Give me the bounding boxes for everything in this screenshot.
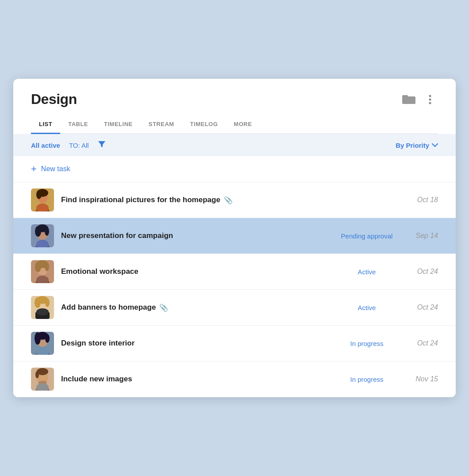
filter-funnel-icon[interactable] xyxy=(98,140,106,150)
chevron-down-icon xyxy=(432,143,438,147)
filter-left: All active TO: All xyxy=(31,140,106,150)
svg-point-36 xyxy=(35,332,41,345)
filter-by-priority[interactable]: By Priority xyxy=(396,142,438,149)
filter-bar: All active TO: All By Priority xyxy=(13,134,456,156)
filter-all-active[interactable]: All active xyxy=(31,142,60,149)
more-options-icon[interactable] xyxy=(422,92,438,107)
task-title: Emotional workspace xyxy=(61,267,331,276)
table-row[interactable]: New presentation for campaign Pending ap… xyxy=(13,218,456,254)
avatar xyxy=(31,296,54,319)
task-date: Oct 24 xyxy=(403,339,438,347)
svg-point-22 xyxy=(35,261,41,272)
attachment-icon: 📎 xyxy=(224,196,233,204)
task-title: Find inspirational pictures for the home… xyxy=(61,196,331,204)
task-status: In progress xyxy=(338,340,396,347)
tab-timeline[interactable]: TIMELINE xyxy=(96,116,141,134)
task-status: Active xyxy=(338,268,396,276)
folder-icon[interactable] xyxy=(401,92,417,107)
page-title: Design xyxy=(31,91,77,107)
table-row[interactable]: Add banners to homepage 📎 Active Oct 24 xyxy=(13,290,456,326)
task-status: In progress xyxy=(338,376,396,383)
tab-more[interactable]: MORE xyxy=(226,116,260,134)
avatar xyxy=(31,368,54,391)
svg-point-29 xyxy=(35,297,41,308)
tab-timelog[interactable]: TIMELOG xyxy=(182,116,226,134)
header-top: Design xyxy=(31,91,438,107)
avatar xyxy=(31,332,54,355)
svg-point-37 xyxy=(45,334,50,343)
task-date: Sep 14 xyxy=(403,232,438,240)
task-date: Nov 15 xyxy=(403,375,438,383)
svg-point-43 xyxy=(35,371,39,378)
svg-point-32 xyxy=(36,308,49,315)
table-row[interactable]: Find inspirational pictures for the home… xyxy=(13,182,456,218)
tab-table[interactable]: TABLE xyxy=(60,116,96,134)
by-priority-label: By Priority xyxy=(396,142,429,149)
attachment-icon: 📎 xyxy=(159,303,168,312)
filter-to-all[interactable]: TO: All xyxy=(69,142,89,149)
svg-point-2 xyxy=(429,95,431,97)
avatar xyxy=(31,188,54,211)
svg-marker-5 xyxy=(98,141,105,147)
task-title: New presentation for campaign xyxy=(61,231,331,240)
new-task-bar[interactable]: + New task xyxy=(13,156,456,182)
avatar xyxy=(31,260,54,283)
task-title: Include new images xyxy=(61,375,331,384)
svg-point-23 xyxy=(45,262,49,271)
svg-point-30 xyxy=(45,298,50,307)
task-date: Oct 24 xyxy=(403,268,438,276)
task-list: Find inspirational pictures for the home… xyxy=(13,182,456,397)
header: Design LIST TABLE xyxy=(13,79,456,134)
svg-point-4 xyxy=(429,102,431,104)
tabs: LIST TABLE TIMELINE STREAM TIMELOG MORE xyxy=(31,116,438,134)
tab-list[interactable]: LIST xyxy=(31,116,60,134)
header-actions xyxy=(401,92,438,107)
task-date: Oct 24 xyxy=(403,303,438,311)
task-title: Add banners to homepage 📎 xyxy=(61,303,331,312)
tab-stream[interactable]: STREAM xyxy=(141,116,182,134)
task-date: Oct 18 xyxy=(403,196,438,204)
task-status: Active xyxy=(338,304,396,311)
svg-point-16 xyxy=(45,227,49,236)
svg-point-15 xyxy=(35,226,41,237)
avatar xyxy=(31,224,54,247)
table-row[interactable]: Design store interior In progress Oct 24 xyxy=(13,326,456,361)
table-row[interactable]: Emotional workspace Active Oct 24 xyxy=(13,254,456,290)
new-task-plus-icon: + xyxy=(31,164,37,174)
new-task-label[interactable]: New task xyxy=(41,165,70,173)
task-title: Design store interior xyxy=(61,339,331,348)
table-row[interactable]: Include new images In progress Nov 15 xyxy=(13,361,456,397)
svg-rect-1 xyxy=(402,95,408,98)
svg-point-3 xyxy=(429,98,431,100)
app-container: Design LIST TABLE xyxy=(13,79,456,397)
svg-point-9 xyxy=(36,190,42,199)
task-status: Pending approval xyxy=(338,232,396,240)
